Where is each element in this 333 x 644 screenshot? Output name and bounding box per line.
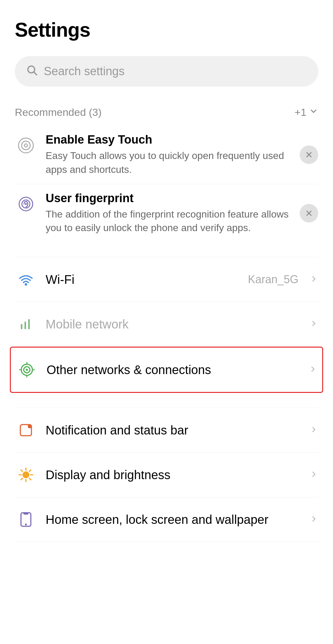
easy-touch-title: Enable Easy Touch <box>46 133 291 146</box>
settings-item-other-networks[interactable]: Other networks & connections <box>10 347 323 393</box>
fingerprint-content: User fingerprint The addition of the fin… <box>46 192 291 235</box>
settings-page: Settings Search settings Recommended (3)… <box>0 0 333 567</box>
recommended-section: Recommended (3) +1 Enable Eas <box>15 104 318 242</box>
svg-point-24 <box>28 425 31 428</box>
easy-touch-close-button[interactable] <box>300 145 318 164</box>
search-icon <box>26 64 38 79</box>
homescreen-chevron-icon <box>310 513 318 526</box>
svg-rect-35 <box>23 513 28 515</box>
easy-touch-content: Enable Easy Touch Easy Touch allows you … <box>46 133 291 177</box>
wifi-label: Wi-Fi <box>46 273 239 287</box>
notification-chevron-icon <box>310 424 318 437</box>
settings-item-wifi[interactable]: Wi-Fi Karan_5G <box>15 257 318 302</box>
gap-2 <box>15 393 318 408</box>
easy-touch-icon <box>15 134 37 157</box>
svg-point-18 <box>26 369 28 371</box>
divider-8 <box>15 542 318 542</box>
recommended-expand[interactable]: +1 <box>294 106 318 118</box>
recommended-item-easy-touch[interactable]: Enable Easy Touch Easy Touch allows you … <box>15 126 318 184</box>
svg-line-30 <box>21 470 23 471</box>
notification-label: Notification and status bar <box>46 423 301 437</box>
other-networks-icon <box>16 359 38 381</box>
mobile-network-icon <box>15 313 37 335</box>
svg-line-1 <box>34 72 37 75</box>
other-networks-chevron-icon <box>309 363 317 376</box>
svg-point-4 <box>24 144 27 147</box>
display-label: Display and brightness <box>46 468 301 482</box>
page-title: Settings <box>15 18 318 41</box>
settings-item-homescreen[interactable]: Home screen, lock screen and wallpaper <box>15 497 318 542</box>
svg-point-25 <box>23 471 29 478</box>
recommended-header: Recommended (3) +1 <box>15 104 318 126</box>
mobile-network-chevron-icon <box>310 318 318 331</box>
wifi-chevron-icon <box>310 273 318 286</box>
svg-line-32 <box>29 470 31 471</box>
display-brightness-icon <box>15 464 37 486</box>
recommended-item-fingerprint[interactable]: User fingerprint The addition of the fin… <box>15 184 318 243</box>
chevron-down-icon <box>309 107 318 118</box>
fingerprint-title: User fingerprint <box>46 192 291 205</box>
wifi-icon <box>15 268 37 291</box>
easy-touch-desc: Easy Touch allows you to quickly open fr… <box>46 149 291 177</box>
gap-1 <box>15 242 318 257</box>
svg-point-2 <box>18 138 33 153</box>
wifi-value: Karan_5G <box>248 273 298 286</box>
svg-point-9 <box>25 203 27 205</box>
recommended-title: Recommended (3) <box>15 106 102 118</box>
home-screen-icon <box>15 508 37 531</box>
settings-item-display[interactable]: Display and brightness <box>15 453 318 497</box>
display-chevron-icon <box>310 468 318 481</box>
settings-item-notification[interactable]: Notification and status bar <box>15 408 318 452</box>
svg-point-36 <box>25 524 27 525</box>
expand-count: +1 <box>294 106 306 118</box>
homescreen-label: Home screen, lock screen and wallpaper <box>46 513 301 527</box>
search-input-placeholder: Search settings <box>44 65 125 78</box>
mobile-network-label: Mobile network <box>46 317 301 331</box>
settings-item-mobile-network[interactable]: Mobile network <box>15 302 318 346</box>
svg-line-31 <box>29 478 31 480</box>
svg-line-33 <box>21 478 23 480</box>
fingerprint-icon <box>15 193 37 215</box>
notification-icon <box>15 419 37 441</box>
svg-point-12 <box>25 283 27 286</box>
search-bar[interactable]: Search settings <box>15 56 318 87</box>
fingerprint-close-button[interactable] <box>300 204 318 222</box>
fingerprint-desc: The addition of the fingerprint recognit… <box>46 207 291 235</box>
other-networks-label: Other networks & connections <box>47 363 300 377</box>
svg-point-3 <box>22 141 30 150</box>
